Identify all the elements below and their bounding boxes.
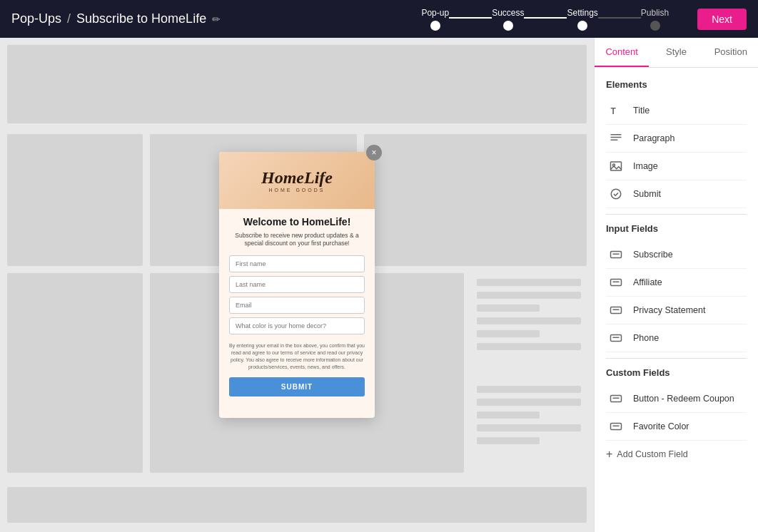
subscribe-icon <box>606 247 626 262</box>
popup-logo: HomeLife HOME GOODS <box>219 152 375 209</box>
add-icon: + <box>606 448 612 461</box>
custom-fields-section-title: Custom Fields <box>606 367 747 378</box>
popup-logo-subtext: HOME GOODS <box>261 188 333 193</box>
stepper: Pop-up Success Settings Publish <box>421 8 669 31</box>
step-settings-label: Settings <box>567 8 597 18</box>
svg-point-6 <box>611 189 621 199</box>
tab-content[interactable]: Content <box>595 38 649 67</box>
element-title[interactable]: T Title <box>606 97 747 125</box>
svg-text:T: T <box>611 106 617 116</box>
favorite-color-icon <box>606 419 626 434</box>
submit-icon <box>606 187 626 201</box>
input-subscribe[interactable]: Subscribe <box>606 241 747 269</box>
popup-modal: × HomeLife HOME GOODS Welcome to HomeLif… <box>219 152 375 419</box>
popup-subtitle: Subscribe to receive new product updates… <box>229 232 365 249</box>
step-settings-dot <box>577 21 587 31</box>
popup-title: Welcome to HomeLife! <box>229 216 365 227</box>
popup-close-button[interactable]: × <box>366 145 382 160</box>
element-submit-label: Submit <box>633 189 661 199</box>
popup-last-name-input[interactable] <box>229 276 365 293</box>
step-success-label: Success <box>492 8 524 18</box>
step-settings[interactable]: Settings <box>567 8 597 31</box>
breadcrumb-part2: Subscribe to HomeLife <box>76 11 206 26</box>
popup-disclaimer: By entering your email in the box above,… <box>229 342 365 370</box>
step-success[interactable]: Success <box>492 8 524 31</box>
paragraph-icon <box>606 131 626 145</box>
element-title-label: Title <box>633 106 650 116</box>
custom-favorite-color-label: Favorite Color <box>633 421 689 431</box>
element-image[interactable]: Image <box>606 153 747 180</box>
custom-button-redeem-coupon[interactable]: Button - Redeem Coupon <box>606 385 747 413</box>
popup-first-name-input[interactable] <box>229 255 365 272</box>
element-submit[interactable]: Submit <box>606 180 747 208</box>
divider-1 <box>606 214 747 215</box>
panel-content: Elements T Title Paragraph Image <box>595 68 758 532</box>
input-subscribe-label: Subscribe <box>633 250 673 260</box>
popup-logo-text: HomeLife <box>261 168 333 188</box>
input-phone[interactable]: Phone <box>606 324 747 352</box>
step-popup-dot <box>430 21 440 31</box>
popup-custom-input[interactable] <box>229 317 365 334</box>
step-publish[interactable]: Publish <box>641 8 669 31</box>
step-line-1 <box>449 17 492 19</box>
step-line-2 <box>524 17 567 19</box>
phone-icon <box>606 331 626 345</box>
breadcrumb-separator: / <box>67 11 71 26</box>
add-custom-field-label: Add Custom Field <box>617 449 687 459</box>
popup-body: Welcome to HomeLife! Subscribe to receiv… <box>219 209 375 404</box>
input-affiliate[interactable]: Affiliate <box>606 269 747 297</box>
privacy-statement-icon <box>606 303 626 317</box>
input-privacy-statement-label: Privacy Statement <box>633 305 705 315</box>
step-popup-label: Pop-up <box>421 8 449 18</box>
affiliate-icon <box>606 275 626 290</box>
step-publish-dot <box>650 21 660 31</box>
element-image-label: Image <box>633 161 658 171</box>
tab-position[interactable]: Position <box>704 38 758 67</box>
popup-submit-button[interactable]: SUBMIT <box>229 377 365 397</box>
breadcrumb-part1: Pop-Ups <box>11 11 61 26</box>
input-phone-label: Phone <box>633 333 659 343</box>
next-button[interactable]: Next <box>697 9 747 30</box>
image-icon <box>606 159 626 173</box>
element-paragraph[interactable]: Paragraph <box>606 125 747 153</box>
svg-rect-4 <box>611 162 622 170</box>
custom-favorite-color[interactable]: Favorite Color <box>606 413 747 441</box>
step-publish-label: Publish <box>641 8 669 18</box>
input-affiliate-label: Affiliate <box>633 277 662 287</box>
redeem-coupon-icon <box>606 392 626 406</box>
step-popup[interactable]: Pop-up <box>421 8 449 31</box>
input-fields-section-title: Input Fields <box>606 223 747 234</box>
custom-button-redeem-coupon-label: Button - Redeem Coupon <box>633 394 734 404</box>
canvas-area: × HomeLife HOME GOODS Welcome to HomeLif… <box>0 38 594 532</box>
right-panel: Content Style Position Elements T Title … <box>594 38 758 532</box>
header: Pop-Ups / Subscribe to HomeLife ✏ Pop-up… <box>0 0 758 38</box>
input-privacy-statement[interactable]: Privacy Statement <box>606 297 747 324</box>
tab-style[interactable]: Style <box>649 38 703 67</box>
popup-overlay: × HomeLife HOME GOODS Welcome to HomeLif… <box>0 38 594 532</box>
title-icon: T <box>606 103 626 118</box>
divider-2 <box>606 358 747 359</box>
edit-icon[interactable]: ✏ <box>212 14 221 25</box>
element-paragraph-label: Paragraph <box>633 133 674 143</box>
panel-tabs: Content Style Position <box>595 38 758 68</box>
step-line-3 <box>598 17 641 19</box>
page-title: Pop-Ups / Subscribe to HomeLife ✏ <box>11 11 407 26</box>
main-layout: × HomeLife HOME GOODS Welcome to HomeLif… <box>0 38 758 532</box>
step-success-dot <box>503 21 513 31</box>
popup-email-input[interactable] <box>229 297 365 314</box>
elements-section-title: Elements <box>606 79 747 90</box>
add-custom-field-button[interactable]: + Add Custom Field <box>606 441 747 464</box>
